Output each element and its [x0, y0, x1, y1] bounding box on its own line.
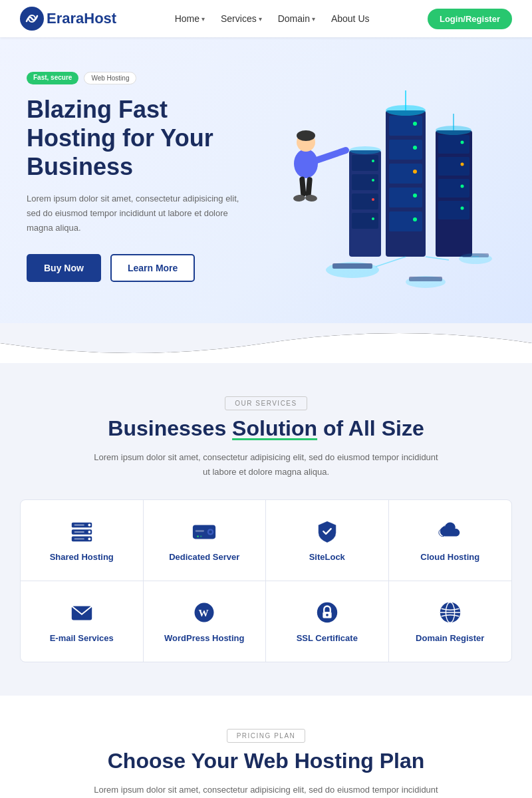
nav-services[interactable]: Services ▾ — [221, 13, 262, 24]
service-name: SSL Certificate — [297, 633, 358, 643]
svg-rect-38 — [352, 213, 378, 229]
service-card-wordpress-hosting[interactable]: W WordPress Hosting — [144, 581, 267, 662]
nav-domain[interactable]: Domain ▾ — [278, 13, 315, 24]
learn-more-button[interactable]: Learn More — [110, 254, 195, 282]
svg-rect-61 — [74, 539, 84, 540]
svg-rect-15 — [389, 211, 422, 231]
hero-buttons: Buy Now Learn More — [27, 254, 253, 282]
server-icon — [69, 519, 94, 544]
service-name: Dedicated Server — [169, 552, 239, 562]
login-register-button[interactable]: Login/Register — [428, 9, 512, 29]
svg-point-19 — [413, 146, 417, 150]
pricing-label: PRICING PLAN — [20, 729, 512, 741]
service-name: Domain Register — [416, 633, 484, 643]
pricing-section: PRICING PLAN Choose Your Web Hosting Pla… — [0, 696, 532, 798]
services-section: OUR SERVICES Businesses Solution of All … — [0, 363, 532, 696]
logo-text: EraraHost — [47, 10, 116, 27]
service-card-dedicated-server[interactable]: Dedicated Server — [144, 500, 267, 581]
buy-now-button[interactable]: Buy Now — [27, 254, 101, 282]
svg-rect-26 — [438, 179, 469, 198]
svg-point-56 — [88, 524, 90, 527]
svg-line-9 — [317, 150, 346, 160]
badge-web: Web Hosting — [84, 72, 136, 84]
svg-point-20 — [413, 170, 417, 174]
svg-rect-65 — [196, 530, 204, 532]
pricing-title: Choose Your Web Hosting Plan — [20, 749, 512, 773]
service-name: SiteLock — [309, 552, 345, 562]
svg-point-66 — [197, 535, 199, 537]
svg-rect-14 — [389, 188, 422, 207]
svg-point-31 — [461, 163, 464, 166]
wordpress-icon: W — [192, 600, 217, 625]
svg-rect-59 — [74, 525, 84, 526]
svg-point-21 — [413, 194, 417, 198]
svg-rect-11 — [389, 116, 422, 136]
service-card-ssl-certificate[interactable]: SSL Certificate — [266, 581, 389, 662]
svg-rect-24 — [438, 135, 469, 154]
service-name: Shared Hosting — [50, 552, 114, 562]
badge-fast: Fast, secure — [27, 72, 78, 84]
svg-rect-37 — [352, 194, 378, 209]
chevron-icon: ▾ — [312, 15, 315, 23]
service-name: E-mail Services — [50, 633, 114, 643]
nav-links: Home ▾ Services ▾ Domain ▾ About Us — [175, 13, 370, 24]
svg-rect-5 — [299, 176, 307, 197]
svg-point-30 — [461, 141, 464, 144]
service-card-shared-hosting[interactable]: Shared Hosting — [21, 500, 144, 581]
svg-rect-25 — [438, 157, 469, 176]
svg-line-51 — [426, 257, 449, 260]
service-name: Cloud Hosting — [420, 552, 479, 562]
svg-rect-13 — [389, 164, 422, 184]
logo[interactable]: EraraHost — [20, 7, 116, 31]
service-card-sitelock[interactable]: SiteLock — [266, 500, 389, 581]
svg-rect-35 — [352, 155, 378, 171]
svg-point-41 — [372, 179, 374, 182]
svg-rect-60 — [74, 531, 84, 533]
services-label: OUR SERVICES — [20, 396, 512, 408]
svg-rect-27 — [438, 201, 469, 219]
lock-circle-icon — [315, 600, 340, 625]
navbar: EraraHost Home ▾ Services ▾ Domain ▾ Abo… — [0, 0, 532, 37]
service-card-email-services[interactable]: E-mail Services — [21, 581, 144, 662]
chevron-icon: ▾ — [259, 15, 262, 23]
nav-home[interactable]: Home ▾ — [175, 13, 205, 24]
server-illustration-svg — [253, 84, 505, 323]
svg-point-57 — [88, 531, 90, 533]
hero-illustration — [253, 70, 505, 323]
envelope-icon — [69, 600, 94, 625]
svg-point-74 — [326, 614, 329, 616]
hdd-icon — [192, 519, 217, 544]
svg-line-50 — [376, 257, 406, 267]
svg-point-43 — [372, 217, 374, 220]
services-description: Lorem ipsum dolor sit amet, consectetur … — [93, 450, 439, 479]
cloud-icon — [438, 519, 463, 544]
svg-rect-6 — [305, 177, 313, 198]
svg-point-4 — [297, 130, 315, 141]
svg-point-40 — [372, 160, 374, 162]
svg-point-18 — [413, 122, 417, 126]
hero-description: Lorem ipsum dolor sit amet, consectetur … — [27, 192, 253, 235]
svg-point-39 — [349, 146, 381, 154]
wave-divider — [0, 323, 532, 363]
svg-text:W: W — [199, 607, 209, 618]
services-grid: Shared Hosting Dedicated Server SiteLock… — [20, 499, 512, 662]
svg-rect-12 — [389, 140, 422, 160]
services-title: Businesses Solution of All Size — [20, 416, 512, 441]
hero-content: Fast, secure Web Hosting Blazing Fast Ho… — [27, 72, 253, 323]
svg-rect-45 — [332, 263, 372, 269]
svg-rect-47 — [409, 277, 442, 281]
svg-point-22 — [413, 217, 417, 221]
svg-point-64 — [209, 531, 212, 534]
pricing-description: Lorem ipsum dolor sit amet, consectetur … — [93, 783, 439, 798]
service-card-domain-register[interactable]: Domain Register — [389, 581, 512, 662]
shield-icon — [315, 519, 340, 544]
hero-title: Blazing Fast Hosting for Your Business — [27, 95, 253, 182]
globe-icon — [438, 600, 463, 625]
logo-icon — [20, 7, 44, 31]
svg-point-2 — [294, 149, 318, 178]
svg-point-58 — [88, 538, 90, 541]
service-card-cloud-hosting[interactable]: Cloud Hosting — [389, 500, 512, 581]
nav-about[interactable]: About Us — [331, 13, 370, 24]
svg-point-42 — [372, 198, 374, 201]
hero-section: Fast, secure Web Hosting Blazing Fast Ho… — [0, 37, 532, 323]
